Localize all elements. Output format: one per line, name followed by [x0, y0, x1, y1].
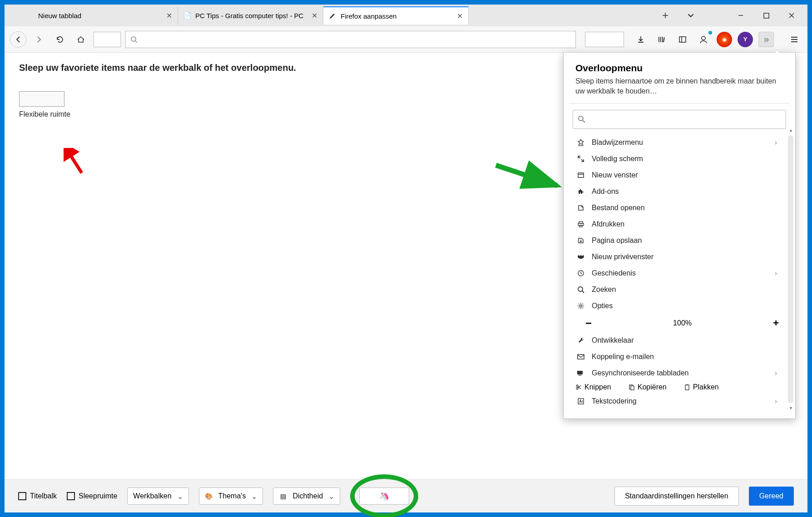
menu-item-search[interactable]: Zoeken	[564, 281, 795, 298]
chevron-right-icon: ›	[775, 269, 783, 277]
cut-button[interactable]: Knippen	[575, 383, 611, 391]
zoom-in-button[interactable]: +	[773, 317, 779, 329]
menu-item-synced-tabs[interactable]: Gesynchroniseerde tabbladen ›	[564, 365, 795, 381]
red-arrow-annotation	[64, 148, 91, 180]
home-button[interactable]	[73, 31, 89, 48]
tab-pctips[interactable]: 📄 PC Tips - Gratis computer tips! - PC ✕	[178, 6, 323, 25]
menu-item-addons[interactable]: Add-ons	[564, 183, 795, 200]
scroll-up-icon[interactable]: ▴	[787, 126, 794, 134]
done-button[interactable]: Gereed	[749, 487, 794, 506]
density-dropdown[interactable]: ▤ Dichtheid ⌄	[273, 487, 340, 505]
yahoo-extension-icon[interactable]: Y	[738, 32, 753, 47]
menu-label: Geschiedenis	[592, 269, 636, 277]
svg-rect-2	[679, 37, 686, 42]
density-icon: ▤	[279, 492, 287, 500]
extension-icon[interactable]: ◉	[717, 32, 732, 47]
downloads-button[interactable]	[633, 32, 649, 47]
unicorn-icon: 🦄	[379, 491, 389, 501]
menu-label: Koppeling e-mailen	[592, 353, 654, 361]
reload-button[interactable]	[52, 31, 68, 48]
close-icon[interactable]: ✕	[166, 11, 172, 20]
profile-button[interactable]	[696, 32, 711, 47]
overflow-menu-list: ▴ ▾ Bladwijzermenu › Volledig scherm Nie…	[564, 134, 795, 409]
customize-content: Sleep uw favoriete items naar de werkbal…	[5, 53, 807, 480]
menu-label: Afdrukken	[592, 220, 624, 228]
overflow-button[interactable]	[758, 32, 774, 47]
menu-label: Ontwikkelaar	[592, 336, 634, 345]
tab-new[interactable]: Nieuw tabblad ✕	[33, 6, 178, 25]
menu-item-history[interactable]: Geschiedenis ›	[564, 265, 795, 281]
menu-item-print[interactable]: Afdrukken	[564, 216, 795, 232]
overflow-search-input[interactable]	[573, 110, 786, 129]
menu-label: Add-ons	[592, 187, 619, 196]
svg-rect-20	[631, 386, 634, 390]
button-label: Gereed	[759, 492, 783, 500]
zoom-out-button[interactable]: −	[585, 317, 592, 330]
menu-item-developer[interactable]: Ontwikkelaar	[564, 332, 795, 349]
search-icon	[130, 36, 138, 43]
svg-rect-10	[579, 225, 582, 227]
back-button[interactable]	[10, 31, 26, 48]
tab-customize[interactable]: Firefox aanpassen ✕	[323, 6, 469, 25]
menu-item-new-window[interactable]: Nieuw venster	[564, 167, 795, 183]
flexible-space-label: Flexibele ruimte	[19, 110, 70, 118]
titlebar-checkbox[interactable]: Titelbalk	[18, 492, 57, 500]
tab-list-button[interactable]	[681, 7, 700, 24]
tab-strip: Nieuw tabblad ✕ 📄 PC Tips - Gratis compu…	[5, 5, 807, 26]
touchbar-button[interactable]: 🦄	[359, 487, 409, 505]
window-icon	[575, 171, 586, 180]
minimize-button[interactable]	[731, 7, 750, 24]
checkbox-icon	[67, 492, 75, 500]
menu-label: Pagina opslaan	[592, 236, 642, 245]
menu-item-text-encoding[interactable]: Tekstcodering ›	[564, 393, 795, 409]
menu-label: Bladwijzermenu	[592, 138, 643, 147]
scroll-track[interactable]	[788, 135, 793, 403]
menu-item-fullscreen[interactable]: Volledig scherm	[564, 151, 795, 167]
flex-space-placeholder[interactable]	[585, 32, 624, 47]
flex-space-placeholder[interactable]	[94, 32, 121, 47]
close-icon[interactable]: ✕	[457, 12, 463, 20]
forward-button[interactable]	[31, 31, 47, 48]
svg-rect-14	[578, 355, 584, 359]
svg-point-1	[131, 37, 136, 41]
library-button[interactable]	[654, 32, 669, 47]
chevron-down-icon: ⌄	[328, 492, 334, 501]
themes-dropdown[interactable]: 🎨 Thema's ⌄	[199, 487, 263, 505]
scroll-down-icon[interactable]: ▾	[787, 404, 794, 412]
menu-item-save-page[interactable]: Pagina opslaan	[564, 232, 795, 249]
menu-item-open-file[interactable]: Bestand openen	[564, 200, 795, 216]
chevron-down-icon: ⌄	[177, 492, 183, 501]
new-tab-button[interactable]	[656, 7, 675, 24]
scissors-icon	[575, 384, 582, 390]
menu-item-private-window[interactable]: Nieuw privévenster	[564, 249, 795, 265]
dragspace-checkbox[interactable]: Sleepruimte	[67, 492, 117, 500]
tab-label: Firefox aanpassen	[341, 12, 396, 20]
checkbox-label: Sleepruimte	[79, 492, 117, 500]
sidebar-button[interactable]	[675, 32, 690, 47]
chevron-right-icon: ›	[775, 369, 783, 377]
menu-item-options[interactable]: Opties	[564, 298, 795, 314]
copy-button[interactable]: Kopiëren	[629, 383, 667, 391]
close-icon[interactable]: ✕	[312, 11, 317, 20]
menu-label: Gesynchroniseerde tabbladen	[592, 369, 688, 377]
menu-label: Opties	[592, 302, 613, 310]
menu-item-bookmarks[interactable]: Bladwijzermenu ›	[564, 134, 795, 151]
close-button[interactable]	[782, 7, 801, 24]
toolbars-dropdown[interactable]: Werkbalken ⌄	[127, 487, 188, 505]
paste-button[interactable]: Plakken	[684, 383, 719, 391]
svg-point-3	[702, 36, 705, 40]
restore-defaults-button[interactable]: Standaardinstellingen herstellen	[614, 487, 739, 506]
hamburger-menu-button[interactable]	[787, 32, 802, 47]
maximize-button[interactable]	[757, 7, 776, 24]
svg-rect-21	[685, 385, 689, 390]
svg-line-4	[68, 152, 82, 173]
dropdown-label: Thema's	[218, 492, 246, 500]
customize-footer: Titelbalk Sleepruimte Werkbalken ⌄ 🎨 The…	[5, 480, 807, 512]
checkbox-label: Titelbalk	[30, 492, 57, 500]
scrollbar[interactable]: ▴ ▾	[787, 126, 794, 412]
overflow-title: Overloopmenu	[564, 63, 795, 76]
menu-item-email-link[interactable]: Koppeling e-mailen	[564, 349, 795, 365]
url-bar[interactable]	[125, 31, 576, 48]
fullscreen-icon	[575, 154, 586, 163]
flexible-space-box	[19, 91, 64, 107]
